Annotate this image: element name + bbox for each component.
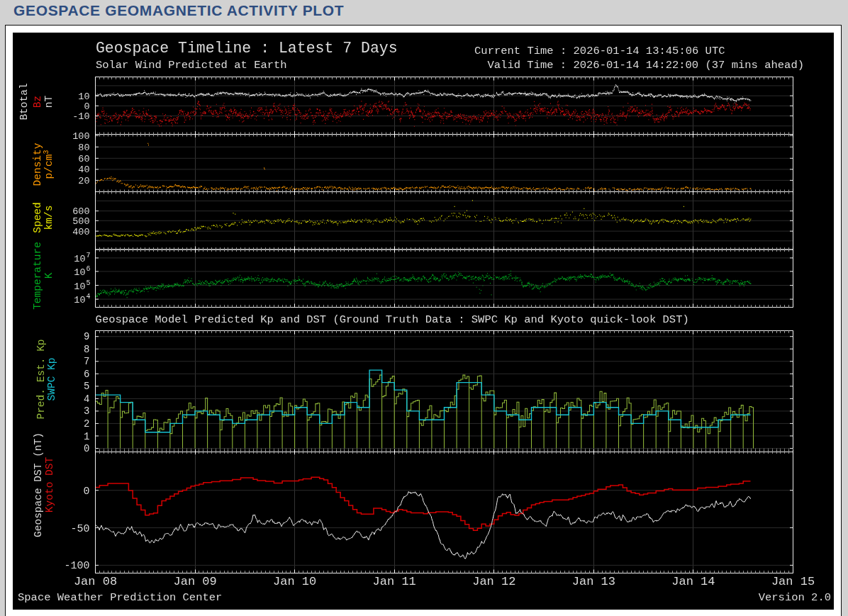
svg-text:10: 10 — [74, 254, 85, 264]
svg-text:10: 10 — [74, 267, 85, 278]
svg-text:p/cm3: p/cm3 — [43, 150, 55, 179]
svg-text:Valid Time : 2026-01-14 14:22:: Valid Time : 2026-01-14 14:22:00 (37 min… — [488, 59, 804, 72]
svg-text:20: 20 — [78, 176, 89, 186]
svg-text:5: 5 — [86, 279, 90, 287]
svg-text:1: 1 — [84, 431, 89, 442]
svg-text:Temperature: Temperature — [32, 242, 43, 310]
svg-text:0: 0 — [84, 443, 89, 454]
svg-text:10: 10 — [74, 281, 85, 292]
svg-text:0: 0 — [83, 486, 89, 498]
svg-text:40: 40 — [78, 164, 89, 175]
svg-text:Geospace Timeline : Latest 7 D: Geospace Timeline : Latest 7 Days — [96, 40, 398, 57]
svg-text:Jan 09: Jan 09 — [173, 575, 216, 588]
svg-text:Geospace DST (nT): Geospace DST (nT) — [33, 432, 44, 537]
svg-text:K: K — [43, 272, 55, 279]
svg-text:-10: -10 — [72, 111, 89, 122]
svg-text:nT: nT — [43, 96, 55, 108]
svg-text:Jan 14: Jan 14 — [671, 575, 715, 588]
svg-text:6: 6 — [84, 369, 89, 380]
svg-text:Jan 15: Jan 15 — [771, 575, 815, 588]
svg-text:60: 60 — [78, 154, 89, 164]
svg-text:-50: -50 — [70, 523, 89, 535]
svg-text:Jan 11: Jan 11 — [373, 575, 416, 588]
svg-text:0: 0 — [84, 101, 89, 112]
svg-text:7: 7 — [86, 252, 90, 259]
svg-text:5: 5 — [84, 381, 89, 392]
svg-text:Jan 12: Jan 12 — [472, 575, 515, 588]
svg-text:-100: -100 — [64, 560, 89, 572]
svg-text:4: 4 — [86, 293, 90, 301]
svg-text:Jan 13: Jan 13 — [572, 575, 615, 588]
svg-text:Pred. Est. Kp: Pred. Est. Kp — [35, 339, 47, 419]
svg-text:km/s: km/s — [43, 206, 55, 230]
svg-text:100: 100 — [72, 131, 89, 142]
svg-text:Kyoto DST: Kyoto DST — [44, 457, 55, 513]
svg-text:500: 500 — [72, 216, 89, 227]
svg-text:Geospace Model Predicted Kp an: Geospace Model Predicted Kp and DST (Gro… — [96, 313, 689, 326]
svg-text:Jan 08: Jan 08 — [74, 575, 117, 588]
svg-text:3: 3 — [84, 405, 89, 417]
svg-text:Density: Density — [32, 142, 43, 186]
svg-text:Btotal: Btotal — [18, 83, 30, 120]
svg-text:Speed: Speed — [32, 202, 43, 233]
svg-text:SWPC Kp: SWPC Kp — [46, 358, 57, 401]
svg-text:6: 6 — [86, 265, 90, 273]
svg-text:2: 2 — [84, 418, 89, 430]
svg-text:Jan 10: Jan 10 — [273, 575, 316, 588]
svg-text:10: 10 — [74, 295, 85, 306]
svg-text:Bz: Bz — [32, 96, 43, 108]
svg-text:Solar Wind Predicted at Earth: Solar Wind Predicted at Earth — [96, 59, 287, 72]
svg-text:80: 80 — [78, 142, 89, 153]
svg-text:10: 10 — [78, 91, 89, 102]
svg-text:Version 2.0: Version 2.0 — [759, 591, 831, 604]
svg-text:400: 400 — [72, 227, 89, 237]
svg-text:Current Time : 2026-01-14 13:4: Current Time : 2026-01-14 13:45:06 UTC — [474, 45, 725, 57]
svg-text:9: 9 — [84, 331, 89, 342]
svg-text:7: 7 — [84, 356, 89, 367]
svg-text:4: 4 — [84, 393, 89, 405]
svg-text:Space Weather Prediction Cente: Space Weather Prediction Center — [18, 591, 222, 604]
svg-text:8: 8 — [84, 344, 89, 355]
